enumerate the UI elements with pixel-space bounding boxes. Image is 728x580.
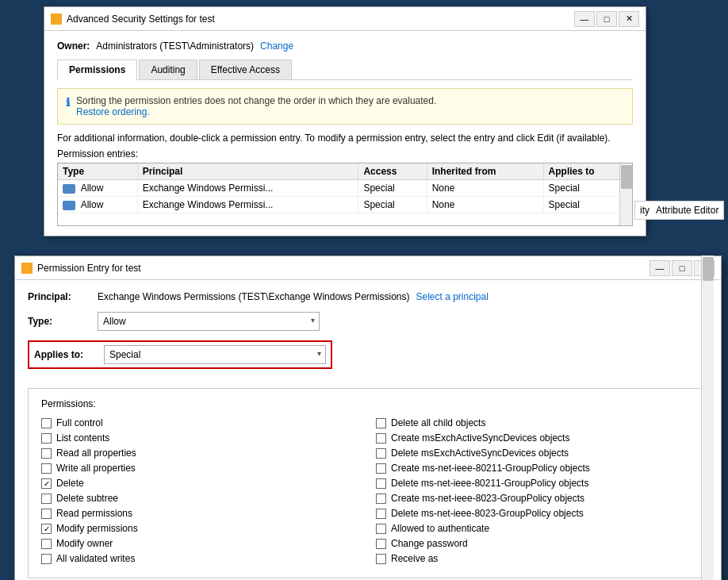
label-receive-as: Receive as [391,553,438,564]
adv-titlebar-controls: — □ ✕ [574,11,639,27]
label-delete-child: Delete all child objects [391,417,485,428]
checkbox-allowed-auth[interactable] [376,524,386,534]
right-panel-label-2[interactable]: Attribute Editor [656,205,718,216]
table-row[interactable]: Allow Exchange Windows Permissi... Speci… [58,197,632,213]
perm-item-read-all: Read all properties [41,447,360,459]
scrollbar-thumb [621,165,632,189]
owner-label: Owner: [57,40,90,52]
checkbox-write-all[interactable] [41,463,52,474]
info-box-content: Sorting the permission entries does not … [76,95,436,117]
checkbox-list-contents[interactable] [41,433,52,444]
checkbox-create-msexch[interactable] [376,433,386,444]
perm-item-create-8023: Create ms-net-ieee-8023-GroupPolicy obje… [376,493,695,504]
label-allowed-auth: Allowed to authenticate [391,523,489,534]
perm-item-all-validated: All validated writes [41,553,360,564]
checkbox-receive-as[interactable] [376,554,386,564]
label-change-pwd: Change password [391,538,468,549]
right-panel-label-1[interactable]: ity [640,205,649,216]
label-delete-msexch: Delete msExchActiveSyncDevices objects [391,447,569,459]
row2-applies: Special [543,197,631,213]
tab-effective-access[interactable]: Effective Access [199,60,292,79]
checkbox-delete-8023[interactable] [376,509,386,519]
perm-maximize-btn[interactable]: □ [672,260,692,276]
row1-principal: Exchange Windows Permissi... [137,180,358,197]
type-dropdown[interactable]: Allow Deny [98,312,320,331]
tab-auditing[interactable]: Auditing [139,60,197,79]
checkbox-read-perms[interactable] [41,509,52,519]
checkbox-delete-subtree[interactable] [41,494,52,504]
checkbox-modify-perms[interactable] [41,524,52,534]
perm-item-delete-child: Delete all child objects [376,417,695,428]
perm-titlebar: Permission Entry for test — □ ✕ [15,256,721,280]
checkbox-create-80211[interactable] [376,463,386,474]
checkbox-change-pwd[interactable] [376,539,386,549]
checkbox-full-control[interactable] [41,418,52,428]
perm-item-allowed-auth: Allowed to authenticate [376,523,695,534]
owner-value: Administrators (TEST\Administrators) [96,40,254,52]
adv-close-btn[interactable]: ✕ [619,11,639,27]
perm-item-create-msexch: Create msExchActiveSyncDevices objects [376,432,695,444]
perm-scrollbar-thumb [703,257,714,281]
perm-col-left: Full control List contents Read all prop… [41,417,360,568]
applies-to-dropdown[interactable]: Special This object only Descendant obje… [104,345,326,364]
perm-table-wrapper: Type Principal Access Inherited from App… [57,163,633,226]
perm-titlebar-left: Permission Entry for test [21,263,141,274]
select-principal-link[interactable]: Select a principal [416,291,488,302]
principal-label: Principal: [28,291,91,302]
tabs-bar: Permissions Auditing Effective Access [57,60,633,80]
adv-window-icon [51,13,62,25]
perm-item-write-all: Write all properties [41,463,360,474]
adv-titlebar: Advanced Security Settings for test — □ … [44,7,646,31]
row2-principal: Exchange Windows Permissi... [137,197,358,213]
type-row: Type: Allow Deny ▾ [28,312,708,331]
checkbox-delete[interactable] [41,478,52,489]
col-type: Type [58,163,137,180]
principal-row: Principal: Exchange Windows Permissions … [28,291,708,302]
col-applies: Applies to [543,163,631,180]
user-icon-2 [63,201,75,210]
perm-columns: Full control List contents Read all prop… [41,417,695,568]
row2-type: Allow [58,197,137,213]
checkbox-create-8023[interactable] [376,494,386,504]
label-delete-80211: Delete ms-net-ieee-80211-GroupPolicy obj… [391,478,588,489]
checkbox-delete-80211[interactable] [376,478,386,489]
checkbox-delete-msexch[interactable] [376,448,386,459]
adv-maximize-btn[interactable]: □ [596,11,617,27]
applies-to-label: Applies to: [34,349,98,360]
checkbox-modify-owner[interactable] [41,539,52,549]
table-scrollbar[interactable] [619,163,632,225]
type-dropdown-container: Allow Deny ▾ [98,312,320,331]
change-owner-link[interactable]: Change [260,40,293,52]
checkbox-read-all[interactable] [41,448,52,459]
perm-item-list-contents: List contents [41,432,360,444]
label-delete-subtree: Delete subtree [56,493,118,504]
perm-window-content: Principal: Exchange Windows Permissions … [15,280,721,580]
tab-permissions[interactable]: Permissions [57,60,137,80]
checkbox-all-validated[interactable] [41,554,52,564]
type-label: Type: [28,316,91,327]
perm-window-scrollbar[interactable] [701,255,714,580]
advanced-security-window: Advanced Security Settings for test — □ … [44,6,646,236]
perm-item-read-perms: Read permissions [41,508,360,519]
perm-item-modify-perms: Modify permissions [41,523,360,534]
table-row[interactable]: Allow Exchange Windows Permissi... Speci… [58,180,632,197]
label-read-perms: Read permissions [56,508,132,519]
label-create-8023: Create ms-net-ieee-8023-GroupPolicy obje… [391,493,584,504]
label-create-msexch: Create msExchActiveSyncDevices objects [391,432,569,444]
label-modify-owner: Modify owner [56,538,113,549]
checkbox-delete-child[interactable] [376,418,386,428]
perm-item-full-control: Full control [41,417,360,428]
perm-minimize-btn[interactable]: — [649,260,670,276]
perm-description: For additional information, double-click… [57,133,633,144]
applies-to-row: Applies to: Special This object only Des… [28,340,332,369]
perm-item-create-80211: Create ms-net-ieee-80211-GroupPolicy obj… [376,463,695,474]
restore-ordering-link[interactable]: Restore ordering. [76,106,150,117]
principal-value: Exchange Windows Permissions (TEST\Excha… [98,291,409,302]
row1-access: Special [358,180,427,197]
label-modify-perms: Modify permissions [56,523,138,534]
label-list-contents: List contents [56,432,109,444]
adv-minimize-btn[interactable]: — [574,11,595,27]
col-inherited: Inherited from [427,163,543,180]
label-write-all: Write all properties [56,463,136,474]
perm-item-delete-8023: Delete ms-net-ieee-8023-GroupPolicy obje… [376,508,695,519]
